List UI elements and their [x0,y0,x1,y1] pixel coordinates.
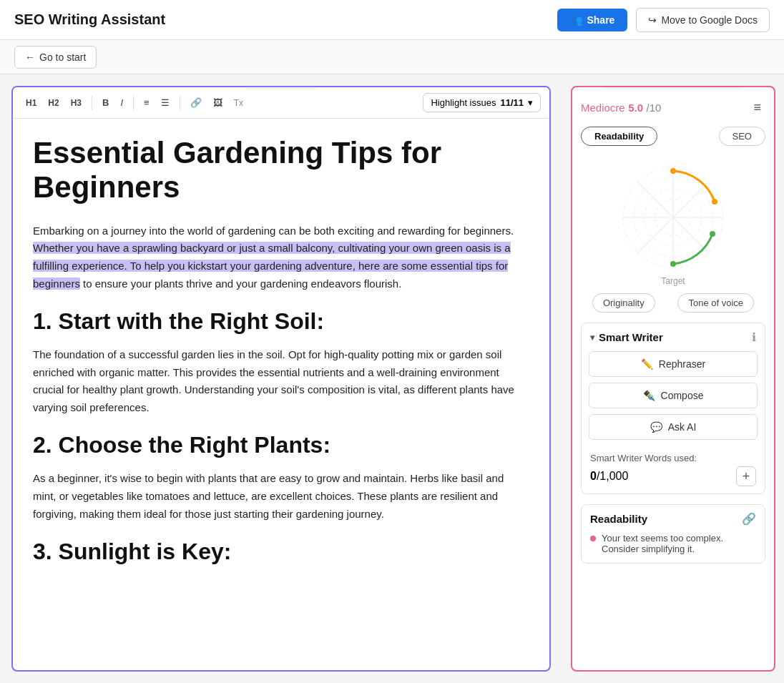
recommendations-menu-button[interactable]: ≡ [749,97,765,118]
intro-text-before: Embarking on a journey into the world of… [33,225,514,237]
italic-button[interactable]: I [116,94,127,111]
score-row: Mediocre 5.0 /10 ≡ [581,97,765,118]
gauge-chart: Target [581,153,765,286]
document-title[interactable]: Essential Gardening Tips for Beginners [33,136,529,205]
app-title: SEO Writing Assistant [14,11,165,28]
section-1-body[interactable]: The foundation of a successful garden li… [33,346,529,417]
words-count: 0/1,000 [590,470,628,483]
ordered-list-icon: ≡ [144,97,150,108]
red-dot-icon [590,536,596,541]
write-here-label: Write Here [246,86,317,89]
app-header: SEO Writing Assistant 👥 Share ↪ Move to … [0,0,784,40]
intro-text-after: to ensure your plants thrive and your ga… [80,277,401,290]
gauge-target-label: Target [661,276,685,286]
svg-point-10 [710,231,715,237]
section-3-heading[interactable]: 3. Sunlight is Key: [33,538,529,565]
main-content: Write Here H1 H2 H3 B I [0,74,784,683]
share-icon: 👥 [570,14,582,26]
image-icon: 🖼 [213,97,222,108]
section-2-heading[interactable]: 2. Choose the Right Plants: [33,431,529,458]
add-words-button[interactable]: + [736,466,756,486]
header-actions: 👥 Share ↪ Move to Google Docs [557,8,770,32]
score-display: Mediocre 5.0 /10 [581,102,661,114]
smart-writer-section: ▾ Smart Writer ℹ ✏️ Rephraser ✒️ Compose [581,323,765,494]
link-icon: 🔗 [190,97,202,108]
tab-readability[interactable]: Readability [581,127,657,146]
ask-ai-button[interactable]: 💬 Ask AI [589,414,758,440]
words-used-label: Smart Writer Words used: [582,447,765,463]
link-button[interactable]: 🔗 [186,94,206,111]
svg-point-9 [712,199,717,205]
ordered-list-button[interactable]: ≡ [139,94,154,111]
google-docs-icon: ↪ [648,14,657,26]
recommendation-tabs: Readability SEO [581,127,765,146]
smart-writer-buttons: ✏️ Rephraser ✒️ Compose 💬 Ask AI [582,351,765,447]
recommendations-label: Recommendations Here [604,86,742,89]
readability-title: Readability [590,513,647,525]
h1-button[interactable]: H1 [21,95,41,111]
toolbar-separator-3 [180,96,180,110]
bold-button[interactable]: B [98,94,113,111]
section-1-heading[interactable]: 1. Start with the Right Soil: [33,308,529,335]
score-prefix: Mediocre [581,102,625,114]
bottom-tabs: Originality Tone of voice [581,293,765,313]
image-button[interactable]: 🖼 [209,94,227,111]
score-value: 5.0 [628,102,643,114]
editor-panel: Write Here H1 H2 H3 B I [0,74,562,683]
compose-button[interactable]: ✒️ Compose [589,383,758,408]
smart-writer-chevron[interactable]: ▾ [590,333,594,343]
readability-item-text: Your text seems too complex. Consider si… [602,533,756,554]
bold-icon: B [102,97,109,108]
recommendations-panel: Recommendations Here Mediocre 5.0 /10 ≡ … [562,74,784,683]
toolbar-separator-1 [92,96,92,110]
smart-writer-title: ▾ Smart Writer [590,331,663,343]
h3-icon: H3 [71,98,82,108]
unordered-list-icon: ☰ [161,97,170,108]
toolbar-separator-2 [133,96,134,110]
go-to-start-button[interactable]: ← Go to start [14,46,97,69]
clear-format-icon: Tx [234,98,243,108]
editor-body[interactable]: Essential Gardening Tips for Beginners E… [13,119,549,670]
words-count-row: 0/1,000 + [582,463,765,493]
readability-header: Readability 🔗 [582,505,765,533]
readability-item: Your text seems too complex. Consider si… [590,533,756,554]
editor-container: Write Here H1 H2 H3 B I [11,86,551,672]
readability-body: Your text seems too complex. Consider si… [582,533,765,563]
h3-button[interactable]: H3 [67,95,86,111]
readability-section: Readability 🔗 Your text seems too comple… [581,504,765,564]
readability-link-icon[interactable]: 🔗 [742,512,756,526]
clear-format-button[interactable]: Tx [230,95,248,111]
recommendations-container: Recommendations Here Mediocre 5.0 /10 ≡ … [571,86,775,672]
move-to-google-docs-button[interactable]: ↪ Move to Google Docs [636,8,770,32]
arrow-left-icon: ← [25,51,35,63]
smart-writer-info-icon[interactable]: ℹ [752,330,756,344]
italic-icon: I [120,97,123,108]
h2-button[interactable]: H2 [44,95,63,111]
share-button[interactable]: 👥 Share [557,9,627,31]
section-2-body[interactable]: As a beginner, it's wise to begin with p… [33,470,529,523]
h1-icon: H1 [26,98,36,108]
h2-icon: H2 [48,98,59,108]
compose-icon: ✒️ [643,390,655,401]
svg-point-11 [670,261,676,267]
highlight-issues-dropdown[interactable]: Highlight issues 11/11 ▾ [423,93,541,112]
gauge-svg [609,153,738,282]
svg-point-8 [670,168,676,174]
toolbar-right: Highlight issues 11/11 ▾ [423,93,541,112]
rephraser-icon: ✏️ [641,358,653,370]
editor-toolbar: H1 H2 H3 B I ≡ [13,87,549,119]
unordered-list-button[interactable]: ☰ [157,94,174,111]
rephraser-button[interactable]: ✏️ Rephraser [589,351,758,377]
sub-header: ← Go to start [0,40,784,74]
recommendations-body: Mediocre 5.0 /10 ≡ Readability SEO [572,87,774,670]
chevron-down-icon: ▾ [528,97,533,108]
ask-ai-icon: 💬 [650,421,662,433]
tab-tone-of-voice[interactable]: Tone of voice [677,293,754,313]
tab-seo[interactable]: SEO [719,127,765,146]
score-max: /10 [646,102,661,114]
smart-writer-header: ▾ Smart Writer ℹ [582,323,765,351]
tab-originality[interactable]: Originality [592,293,655,313]
intro-paragraph[interactable]: Embarking on a journey into the world of… [33,222,529,293]
